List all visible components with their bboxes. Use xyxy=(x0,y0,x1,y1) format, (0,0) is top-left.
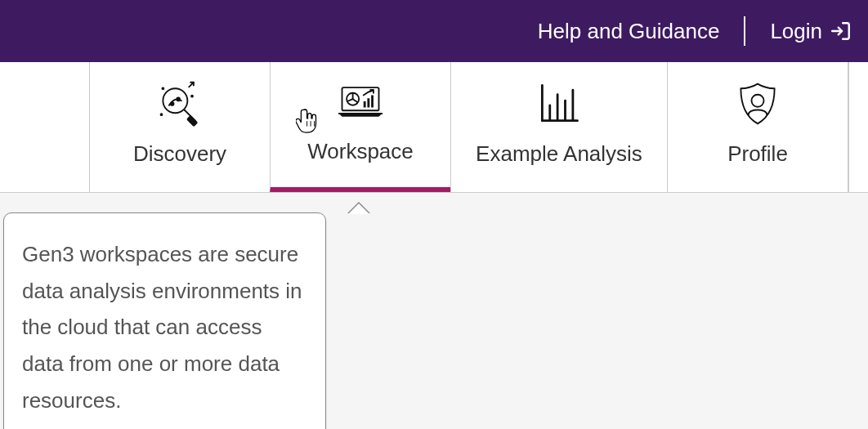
tab-profile[interactable]: Profile xyxy=(667,62,848,192)
tab-spacer xyxy=(848,62,868,192)
login-icon xyxy=(830,20,852,42)
svg-point-1 xyxy=(163,88,187,113)
tab-bar: Discovery Workspace Example Analysis xyxy=(0,62,868,193)
magnifier-chart-icon xyxy=(155,79,204,128)
top-bar: Help and Guidance Login xyxy=(0,0,868,62)
laptop-dashboard-icon xyxy=(336,77,385,126)
shield-user-icon xyxy=(733,79,782,128)
svg-point-7 xyxy=(162,87,163,89)
svg-point-8 xyxy=(161,114,163,115)
svg-point-22 xyxy=(752,95,764,107)
tab-example-analysis-label: Example Analysis xyxy=(476,141,642,167)
svg-rect-3 xyxy=(187,116,197,126)
svg-point-9 xyxy=(191,96,193,97)
tooltip-text: Gen3 workspaces are secure data analysis… xyxy=(22,242,302,413)
workspace-tooltip: Gen3 workspaces are secure data analysis… xyxy=(3,212,326,429)
divider xyxy=(744,16,745,46)
tab-discovery[interactable]: Discovery xyxy=(89,62,271,192)
tab-discovery-label: Discovery xyxy=(133,141,226,167)
help-link[interactable]: Help and Guidance xyxy=(521,19,736,44)
tab-spacer xyxy=(0,62,90,192)
bar-chart-icon xyxy=(535,79,584,128)
svg-rect-13 xyxy=(364,101,366,108)
svg-rect-14 xyxy=(367,98,369,107)
svg-rect-15 xyxy=(371,96,374,108)
tab-example-analysis[interactable]: Example Analysis xyxy=(450,62,668,192)
tab-workspace-label: Workspace xyxy=(307,139,414,164)
login-label: Login xyxy=(770,19,822,44)
login-link[interactable]: Login xyxy=(754,19,852,44)
tab-workspace[interactable]: Workspace xyxy=(270,62,451,192)
tab-profile-label: Profile xyxy=(727,141,788,167)
